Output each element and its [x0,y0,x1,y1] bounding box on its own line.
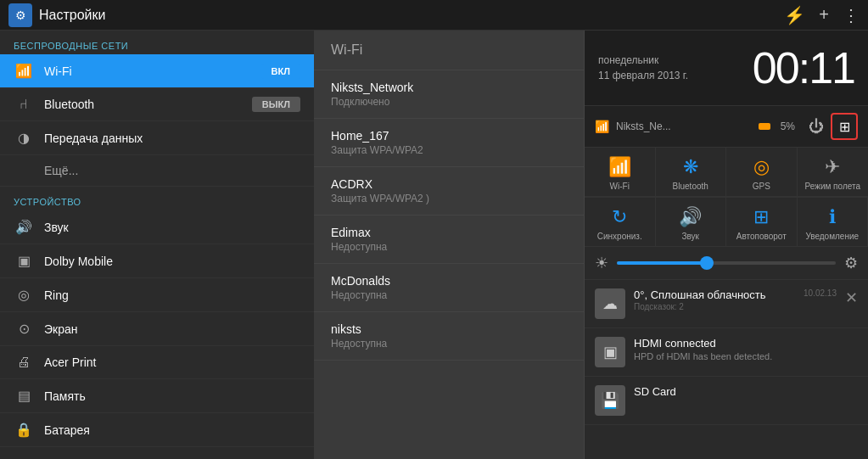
quick-autorotate-icon: ⊞ [753,206,769,228]
sidebar-item-bluetooth[interactable]: ⑁ Bluetooth ВЫКЛ [0,88,314,121]
more-icon[interactable]: ⋮ [843,5,860,25]
weather-icon-box: ☁ [595,288,625,319]
sidebar-item-acer[interactable]: 🖨 Acer Print [0,346,314,379]
sliders-icon: ⊞ [839,119,850,135]
sdcard-title: SD Card [634,385,858,398]
sidebar: БЕСПРОВОДНЫЕ СЕТИ 📶 Wi-Fi ВКЛ ⑁ Bluetoot… [0,31,314,459]
brightness-fill [617,261,704,265]
wifi-label: Wi-Fi [44,64,261,78]
weather-title: 0°, Сплошная облачность [634,288,766,301]
status-battery-indicator [759,123,770,130]
quick-airplane-label: Режим полета [805,182,860,191]
brightness-slider[interactable] [617,261,836,265]
day-label: понедельник [598,53,688,68]
quick-sync[interactable]: ↻ Синхрониз. [585,198,656,246]
battery-label: Батарея [44,423,300,437]
quick-toggles-row2: ↻ Синхрониз. 🔊 Звук ⊞ Автоповорот ℹ Увед… [585,198,868,247]
quick-autorotate[interactable]: ⊞ Автоповорот [726,198,798,246]
quick-settings-button[interactable]: ⊞ [831,113,858,140]
hdmi-subtitle: HPD of HDMI has been detected. [634,351,858,361]
quick-autorotate-label: Автоповорот [736,232,787,241]
quick-wifi-label: Wi-Fi [610,182,630,191]
quick-notify-label: Уведомление [805,232,859,241]
brightness-thumb[interactable] [700,256,714,270]
bluetooth-toggle[interactable]: ВЫКЛ [252,97,300,112]
hdmi-title: HDMI connected [634,337,858,350]
hdmi-icon: ▣ [603,343,618,361]
data-label: Передача данных [44,132,300,145]
status-battery-label: 5% [781,120,795,132]
quick-sync-label: Синхрониз. [597,232,642,241]
bluetooth-icon: ⑁ [14,97,34,112]
brightness-low-icon: ☀ [595,254,608,272]
dolby-icon: ▣ [14,253,34,269]
memory-icon: ▤ [14,388,34,404]
wifi-toggle[interactable]: ВКЛ [261,64,300,79]
sidebar-item-wifi[interactable]: 📶 Wi-Fi ВКЛ [0,54,314,88]
bluetooth-label: Bluetooth [44,98,252,111]
quick-notify[interactable]: ℹ Уведомление [798,198,869,246]
quick-airplane-icon: ✈ [825,156,840,178]
screen-label: Экран [44,322,300,336]
data-icon: ◑ [14,130,34,146]
quick-airplane[interactable]: ✈ Режим полета [798,148,869,197]
ring-label: Ring [44,288,300,302]
quick-gps-label: GPS [753,182,770,191]
page-title: Настройки [39,8,784,23]
cloud-icon: ☁ [602,294,618,313]
quick-toggles-row1: 📶 Wi-Fi ❋ Bluetooth ◎ GPS ✈ Режим полета [585,148,868,198]
wifi-icon: 📶 [14,63,34,79]
memory-label: Память [44,389,300,403]
sidebar-more[interactable]: Ещё... [0,155,314,187]
power-button[interactable]: ⏻ [809,118,824,136]
notif-hdmi: ▣ HDMI connected HPD of HDMI has been de… [585,328,868,377]
quick-bluetooth[interactable]: ❋ Bluetooth [656,148,727,197]
brightness-settings-icon[interactable]: ⚙ [844,254,858,272]
battery-icon: 🔒 [14,422,34,438]
quick-sound-label: Звук [681,232,699,241]
top-bar-actions: ⚡ + ⋮ [784,5,860,25]
weather-close[interactable]: ✕ [845,288,858,307]
status-wifi-icon: 📶 [595,120,609,133]
sidebar-item-ring[interactable]: ◎ Ring [0,278,314,312]
date-label: 11 февраля 2013 г. [598,68,688,83]
clock-time: 00:11 [753,42,854,93]
sidebar-item-data[interactable]: ◑ Передача данных [0,121,314,155]
sidebar-item-screen[interactable]: ⊙ Экран [0,312,314,346]
section-wireless-label: БЕСПРОВОДНЫЕ СЕТИ [0,31,314,54]
main-layout: БЕСПРОВОДНЫЕ СЕТИ 📶 Wi-Fi ВКЛ ⑁ Bluetoot… [0,31,868,459]
hdmi-icon-box: ▣ [595,337,625,367]
sidebar-item-battery[interactable]: 🔒 Батарея [0,413,314,447]
dolby-label: Dolby Mobile [44,255,300,268]
notif-weather: ☁ 0°, Сплошная облачность 10.02.13 Подск… [585,280,868,328]
status-row: 📶 Niksts_Ne... 5% ⏻ ⊞ [585,106,868,148]
sidebar-item-sound[interactable]: 🔊 Звук [0,210,314,244]
sound-label: Звук [44,221,300,234]
sdcard-icon-box: 💾 [595,385,625,416]
quick-wifi[interactable]: 📶 Wi-Fi [585,148,656,197]
lightning-icon[interactable]: ⚡ [784,5,805,25]
quick-gps[interactable]: ◎ GPS [726,148,798,197]
hdmi-content: HDMI connected HPD of HDMI has been dete… [634,337,858,361]
app-icon: ⚙ [8,3,32,27]
quick-wifi-icon: 📶 [608,156,631,178]
clock-section: понедельник 11 февраля 2013 г. 00:11 [585,31,868,106]
sidebar-item-memory[interactable]: ▤ Память [0,379,314,413]
section-device-label: УСТРОЙСТВО [0,187,314,210]
quick-sound-icon: 🔊 [679,206,702,228]
notification-panel: понедельник 11 февраля 2013 г. 00:11 📶 N… [584,31,868,459]
status-wifi-label: Niksts_Ne... [616,120,752,132]
quick-sync-icon: ↻ [612,206,627,228]
acer-icon: 🖨 [14,355,34,370]
weather-date: 10.02.13 [804,288,837,298]
quick-bluetooth-label: Bluetooth [673,182,708,191]
top-bar: ⚙ Настройки ⚡ + ⋮ [0,0,868,31]
quick-notify-icon: ℹ [829,206,836,228]
sound-icon: 🔊 [14,219,34,235]
quick-gps-icon: ◎ [753,156,770,178]
sidebar-item-dolby[interactable]: ▣ Dolby Mobile [0,244,314,278]
settings-app-icon: ⚙ [15,8,26,22]
notif-sdcard: 💾 SD Card [585,377,868,425]
add-icon[interactable]: + [819,5,829,25]
quick-sound[interactable]: 🔊 Звук [656,198,727,246]
